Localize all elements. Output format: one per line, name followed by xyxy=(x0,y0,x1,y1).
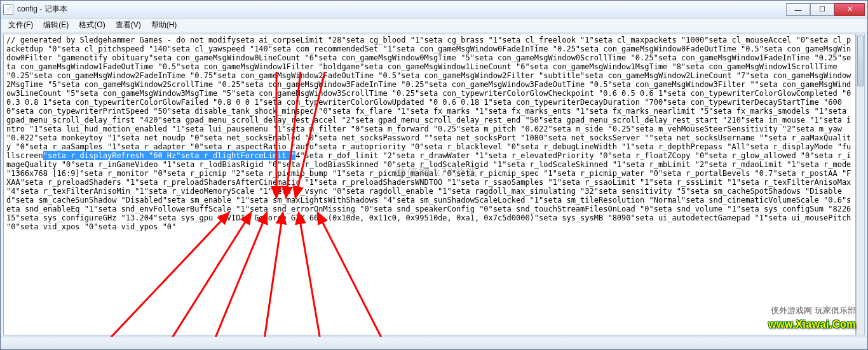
maximize-button[interactable]: ☐ xyxy=(810,3,834,16)
menu-format[interactable]: 格式(O) xyxy=(75,18,109,32)
titlebar[interactable]: 📄 config - 记事本 — ☐ ✕ xyxy=(1,1,867,18)
window-controls: — ☐ ✕ xyxy=(786,3,865,16)
menubar: 文件(F) 编辑(E) 格式(O) 查看(V) 帮助(H) xyxy=(1,18,867,32)
scrollbar-thumb[interactable] xyxy=(857,36,864,86)
menu-file[interactable]: 文件(F) xyxy=(4,18,37,32)
text-selection: "seta r_displayRefresh "60 Hz"seta r_dli… xyxy=(43,151,295,160)
menu-view[interactable]: 查看(V) xyxy=(112,18,145,32)
minimize-button[interactable]: — xyxy=(786,3,810,16)
menu-help[interactable]: 帮助(H) xyxy=(147,18,181,32)
close-button[interactable]: ✕ xyxy=(834,3,865,16)
watermark-label: 侠外游戏网 玩家俱乐部 xyxy=(771,305,856,316)
menu-edit[interactable]: 编辑(E) xyxy=(39,18,72,32)
notepad-window: 📄 config - 记事本 — ☐ ✕ 文件(F) 编辑(E) 格式(O) 查… xyxy=(0,0,868,350)
app-icon: 📄 xyxy=(3,4,13,15)
window-title: config - 记事本 xyxy=(17,4,786,15)
vertical-scrollbar[interactable] xyxy=(856,34,865,335)
text-area[interactable]: // generated by Sledgehammer Games - do … xyxy=(3,34,856,335)
watermark-site: www.Xiawai.Com xyxy=(768,319,856,330)
statusbar xyxy=(1,337,867,349)
watermark-center: 游侠网 k73游戏 xyxy=(395,165,478,180)
